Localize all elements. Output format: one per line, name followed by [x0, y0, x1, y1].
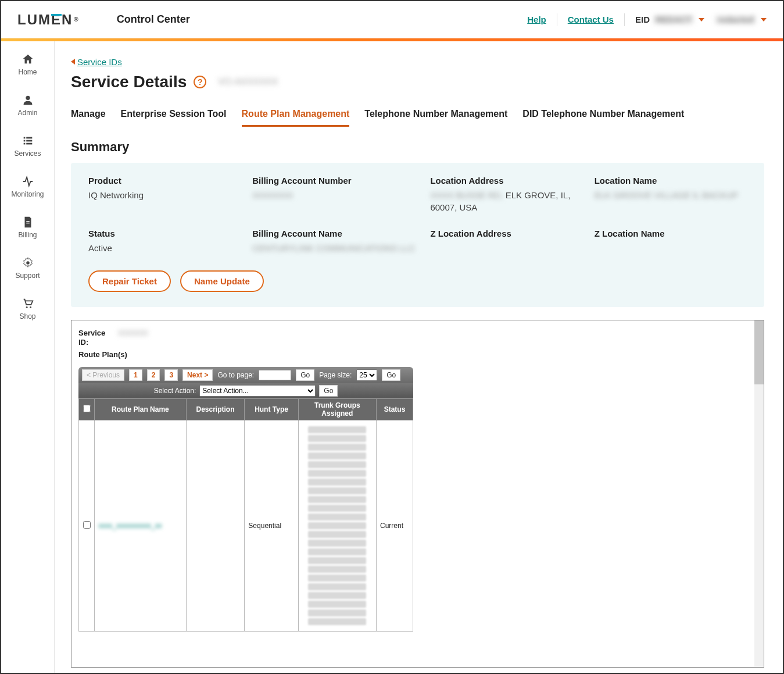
- svg-rect-8: [26, 223, 30, 223]
- next-button[interactable]: Next >: [182, 369, 213, 381]
- col-hunt-type: Hunt Type: [245, 399, 298, 420]
- summary-value: Active: [88, 242, 241, 254]
- summary-label: Product: [88, 176, 241, 186]
- summary-location-name: Location Name ELK GROOVE VILLAGE IL BACK…: [595, 176, 747, 213]
- trunk-group-item: [308, 426, 366, 433]
- select-action-dropdown[interactable]: Select Action...: [199, 385, 316, 397]
- repair-ticket-button[interactable]: Repair Ticket: [88, 270, 171, 292]
- sidebar-item-shop[interactable]: Shop: [1, 294, 54, 324]
- back-link-service-ids[interactable]: Service IDs: [71, 57, 122, 67]
- file-icon: [22, 216, 34, 229]
- summary-value: IQ Networking: [88, 189, 241, 201]
- page-size-select[interactable]: 25: [356, 369, 377, 381]
- eid-value: REDACT: [653, 15, 694, 24]
- tab-did-telephone-number-management[interactable]: DID Telephone Number Management: [522, 109, 684, 127]
- activity-icon: [22, 175, 34, 188]
- scrollbar[interactable]: [754, 320, 764, 667]
- help-icon[interactable]: ?: [194, 76, 206, 88]
- sidebar-item-label: Shop: [19, 312, 35, 320]
- page-3-button[interactable]: 3: [164, 369, 178, 381]
- page-title: Service Details: [71, 73, 187, 91]
- top-header: LUMEN® Control Center Help Contact Us EI…: [1, 1, 783, 38]
- goto-label: Go to page:: [217, 371, 254, 379]
- col-checkbox: [79, 399, 95, 420]
- main-content: Service IDs Service Details ? VO-AXXXXXX…: [55, 41, 783, 673]
- prev-button[interactable]: < Previous: [82, 369, 124, 381]
- name-update-button[interactable]: Name Update: [180, 270, 264, 292]
- trunk-group-item: [308, 461, 366, 468]
- summary-product: Product IQ Networking: [88, 176, 241, 213]
- service-id-label: Service ID:: [78, 329, 112, 347]
- contact-us-link[interactable]: Contact Us: [568, 15, 614, 24]
- summary-title: Summary: [71, 140, 764, 155]
- trunk-group-item: [308, 609, 366, 616]
- page-head: Service Details ? VO-AXXXXXX: [71, 73, 764, 91]
- summary-value: CENTURYLINK COMMUNICATIONS LLC: [252, 243, 415, 253]
- cell-status: Current: [376, 420, 413, 632]
- help-link[interactable]: Help: [527, 15, 546, 24]
- sidebar-item-label: Monitoring: [11, 190, 44, 198]
- sidebar-item-services[interactable]: Services: [1, 131, 54, 161]
- summary-label: Location Address: [430, 176, 582, 186]
- summary-ba-name: Billing Account Name CENTURYLINK COMMUNI…: [252, 229, 418, 254]
- sidebar-item-home[interactable]: Home: [1, 49, 54, 80]
- summary-label: Z Location Address: [430, 229, 582, 238]
- sidebar-item-support[interactable]: Support: [1, 253, 54, 283]
- trunk-group-item: [308, 566, 366, 573]
- row-checkbox[interactable]: [83, 521, 91, 529]
- trunk-group-item: [308, 479, 366, 486]
- route-plan-widget: Service ID: XXXXXX Route Plan(s) < Previ…: [71, 320, 764, 668]
- table-row: xxxx_xxxxxxxxxx_xx Sequential Current: [79, 420, 413, 632]
- goto-go-button[interactable]: Go: [296, 369, 314, 381]
- tab-route-plan-management[interactable]: Route Plan Management: [242, 109, 350, 127]
- summary-z-location-name: Z Location Name: [595, 229, 747, 254]
- sidebar-item-billing[interactable]: Billing: [1, 212, 54, 243]
- summary-label: Z Location Name: [595, 229, 747, 238]
- summary-label: Location Name: [595, 176, 747, 186]
- sidebar-item-label: Billing: [18, 231, 37, 239]
- tab-enterprise-session-tool[interactable]: Enterprise Session Tool: [121, 109, 227, 127]
- action-go-button[interactable]: Go: [319, 385, 338, 397]
- chevron-down-icon: [761, 18, 767, 22]
- trunk-group-item: [308, 592, 366, 599]
- svg-rect-5: [23, 143, 25, 145]
- summary-value: XXXXXXX: [252, 190, 293, 200]
- sidebar-item-label: Admin: [17, 109, 37, 117]
- summary-label: Status: [88, 229, 241, 238]
- chevron-left-icon: [71, 59, 75, 65]
- sidebar-item-admin[interactable]: Admin: [1, 90, 54, 120]
- page-1-button[interactable]: 1: [129, 369, 142, 381]
- service-id-value: XXXXXX: [118, 329, 148, 337]
- tab-manage[interactable]: Manage: [71, 109, 106, 127]
- user-icon: [22, 94, 34, 106]
- select-all-checkbox[interactable]: [83, 405, 91, 412]
- sidebar-item-label: Home: [18, 68, 37, 76]
- sidebar-item-monitoring[interactable]: Monitoring: [1, 172, 54, 202]
- service-sub-id: VO-AXXXXXX: [218, 77, 278, 87]
- trunk-group-item: [308, 435, 366, 442]
- trunk-group-item: [308, 505, 366, 512]
- svg-rect-6: [26, 143, 32, 145]
- trunk-group-item: [308, 531, 366, 538]
- eid-dropdown[interactable]: EID REDACT: [635, 15, 705, 24]
- user-value: redacted: [715, 15, 756, 24]
- cart-icon: [22, 297, 34, 310]
- trunk-group-item: [308, 583, 366, 590]
- route-plan-table: Route Plan Name Description Hunt Type Tr…: [78, 398, 413, 632]
- cell-description: [186, 420, 245, 632]
- sidebar-item-label: Support: [15, 272, 40, 280]
- user-dropdown[interactable]: redacted: [715, 15, 767, 24]
- summary-card: Product IQ Networking Billing Account Nu…: [71, 163, 764, 307]
- svg-rect-1: [23, 137, 25, 139]
- tab-telephone-number-management[interactable]: Telephone Number Management: [364, 109, 507, 127]
- trunk-group-item: [308, 575, 366, 582]
- trunk-group-item: [308, 487, 366, 494]
- route-plan-name-link[interactable]: xxxx_xxxxxxxxxx_xx: [98, 522, 162, 530]
- page-size-go-button[interactable]: Go: [382, 369, 400, 381]
- trunk-group-item: [308, 557, 366, 564]
- select-action-label: Select Action:: [154, 387, 196, 395]
- summary-ban: Billing Account Number XXXXXXX: [252, 176, 418, 213]
- goto-page-input[interactable]: [259, 370, 291, 380]
- page-2-button[interactable]: 2: [147, 369, 160, 381]
- pager-bar: < Previous 1 2 3 Next > Go to page: Go P…: [78, 367, 413, 383]
